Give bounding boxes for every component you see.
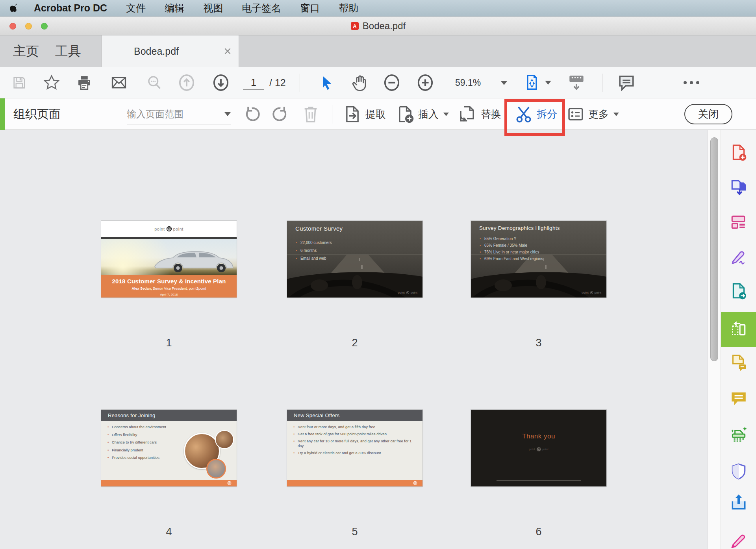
organize-pages-toolbar: 组织页面 提取 <box>0 98 756 130</box>
ellipsis-icon[interactable] <box>682 79 701 87</box>
comment-icon[interactable] <box>730 390 748 408</box>
fit-page-caret-icon[interactable] <box>545 81 551 85</box>
slide-title: 2018 Customer Survey & Incentive Plan <box>101 278 237 285</box>
bullet-item: 22,000 customers <box>296 240 332 245</box>
organize-accent-stripe <box>0 98 5 130</box>
email-icon[interactable] <box>110 74 128 91</box>
page-total-label: / 12 <box>269 67 286 98</box>
bullet-item: Rent four or more days, and get a fifth … <box>293 425 415 429</box>
tab-document-label: Bodea.pdf <box>102 35 211 67</box>
scrollbar-thumb[interactable] <box>710 137 718 361</box>
menu-view[interactable]: 视图 <box>203 2 223 15</box>
bullet-item: 65% Female / 35% Male <box>480 243 543 248</box>
steering-wheel-logo-icon <box>406 290 410 295</box>
trash-icon[interactable] <box>302 104 320 124</box>
slide-title: New Special Offers <box>287 410 422 421</box>
steering-wheel-logo-icon <box>413 481 417 485</box>
page-up-icon[interactable] <box>178 74 195 92</box>
replace-label: 替换 <box>481 107 501 121</box>
protect-icon[interactable] <box>730 462 748 481</box>
menu-window[interactable]: 窗口 <box>300 2 320 15</box>
slide-logo: point point <box>101 221 237 237</box>
create-pdf-icon[interactable] <box>730 144 748 162</box>
slide-bullet-list: Concerns about the environmentOffers fle… <box>107 425 169 463</box>
close-tab-icon[interactable] <box>223 46 232 56</box>
page-thumbnail-2[interactable]: Customer Survey 22,000 customers6 months… <box>287 221 422 298</box>
hide-toolbar-icon[interactable] <box>567 74 586 92</box>
apple-icon[interactable] <box>9 3 18 13</box>
steering-wheel-logo-icon <box>166 226 172 232</box>
slide-title: Survey Demographics Highlights <box>479 225 560 231</box>
tab-home[interactable]: 主页 <box>13 35 39 67</box>
search-icon[interactable] <box>146 74 163 91</box>
slide-bullet-list: Rent four or more days, and get a fifth … <box>293 425 415 458</box>
menu-edit[interactable]: 编辑 <box>165 2 184 15</box>
bullet-item: Get a free tank of gas for 500 point2poi… <box>293 432 415 436</box>
page-number-label: 4 <box>101 526 237 538</box>
split-button[interactable]: 拆分 <box>515 98 557 130</box>
send-comments-icon[interactable] <box>730 354 748 372</box>
split-scissors-icon <box>515 105 533 123</box>
more-caret-icon <box>613 113 619 116</box>
more-label: 更多 <box>588 107 609 121</box>
edit-pdf-icon[interactable] <box>730 213 748 231</box>
tools-rail <box>721 130 756 549</box>
page-range-control[interactable] <box>127 104 231 124</box>
save-icon[interactable] <box>11 75 27 91</box>
organize-pages-icon[interactable] <box>730 320 748 338</box>
extract-button[interactable]: 提取 <box>343 98 386 130</box>
select-cursor-icon[interactable] <box>318 74 335 91</box>
bullet-item: Concerns about the environment <box>107 425 169 429</box>
car-photo-illustration <box>152 248 235 273</box>
bullet-item: Email and web <box>296 256 332 261</box>
steering-wheel-logo-icon <box>227 481 232 485</box>
replace-button[interactable]: 替换 <box>458 98 501 130</box>
comment-bubble-icon[interactable] <box>617 74 636 92</box>
page-thumbnail-3[interactable]: Survey Demographics Highlights 55% Gener… <box>471 221 606 298</box>
page-range-input[interactable] <box>127 109 211 120</box>
page-down-icon[interactable] <box>213 74 229 92</box>
more-button[interactable]: 更多 <box>567 98 619 130</box>
menu-esign[interactable]: 电子签名 <box>242 2 281 15</box>
page-thumbnail-4[interactable]: Reasons for Joining Concerns about the e… <box>101 410 237 486</box>
hand-tool-icon[interactable] <box>350 74 368 92</box>
slide-bullet-list: 55% Generation Y65% Female / 35% Male76%… <box>480 237 543 263</box>
rotate-left-icon[interactable] <box>242 105 261 124</box>
page-thumbnail-1[interactable]: point point 2018 Customer Survey & I <box>101 221 237 298</box>
people-photo-circle <box>215 430 234 449</box>
highlight-pen-icon[interactable] <box>730 530 748 548</box>
slide-logo: point point <box>582 290 601 295</box>
export-pdf-icon[interactable] <box>730 178 748 196</box>
extract-label: 提取 <box>365 107 386 121</box>
menu-file[interactable]: 文件 <box>126 2 146 15</box>
share-icon[interactable] <box>730 493 748 511</box>
slide-subtitle: Alex Sedan, Senior Vice President, point… <box>101 287 237 290</box>
menu-help[interactable]: 帮助 <box>339 2 358 15</box>
zoom-level-value: 59.1% <box>455 78 481 88</box>
app-name[interactable]: Acrobat Pro DC <box>34 2 107 14</box>
acrobat-window: Acrobat Pro DC 文件 编辑 视图 电子签名 窗口 帮助 A Bod… <box>0 0 756 549</box>
insert-button[interactable]: 插入 <box>396 98 449 130</box>
tab-document[interactable]: Bodea.pdf <box>101 35 239 67</box>
zoom-in-icon[interactable] <box>417 74 434 92</box>
toolbar-divider <box>602 74 602 92</box>
zoom-out-icon[interactable] <box>384 74 400 92</box>
page-thumbnail-5[interactable]: New Special Offers Rent four or more day… <box>287 410 422 486</box>
page-thumbnail-6[interactable]: Thank you point point <box>471 410 606 486</box>
zoom-level-control[interactable]: 59.1% <box>450 75 510 91</box>
close-organize-button[interactable]: 关闭 <box>684 104 732 124</box>
tab-tools[interactable]: 工具 <box>55 35 81 67</box>
more-list-icon <box>567 105 584 123</box>
enhance-scans-icon[interactable] <box>730 425 748 444</box>
send-pdf-icon[interactable] <box>730 282 748 300</box>
bullet-item: 55% Generation Y <box>480 237 543 241</box>
insert-caret-icon <box>443 113 449 116</box>
fill-sign-icon[interactable] <box>730 248 748 266</box>
print-icon[interactable] <box>76 74 93 91</box>
bullet-item: 76% Live in or near major cities <box>480 250 543 254</box>
page-number-input[interactable] <box>243 76 264 90</box>
fit-page-icon[interactable] <box>523 74 541 92</box>
slide-logo: point point <box>471 447 606 452</box>
star-icon[interactable] <box>43 74 60 91</box>
rotate-right-icon[interactable] <box>272 105 291 124</box>
